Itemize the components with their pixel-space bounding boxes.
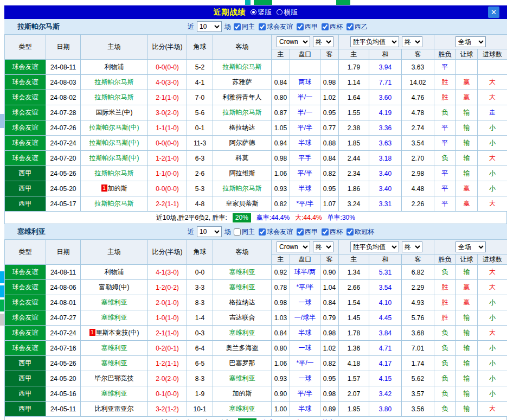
checkbox-input[interactable] [234,228,241,236]
away-team: 苏雅萨 [213,75,272,90]
bookmaker-select[interactable]: Crown [277,241,310,252]
team-label: 毕尔巴鄂竞技 [95,374,134,382]
avg-odds-select[interactable]: 胜平负均值 [350,241,399,252]
big-rate: 大:44.4% [295,213,322,222]
crown-odds-header: Crown 终 [272,35,339,49]
avg-stage-select[interactable]: 终 [402,241,422,252]
checkbox-input[interactable] [297,228,304,236]
close-icon[interactable]: ✕ [488,7,499,18]
scope-select[interactable]: 全场 [455,36,486,47]
checkbox-input[interactable] [346,23,354,30]
avg-home-odds: 1.45 [339,310,369,326]
summary-bar: 近10场,胜3平0负7, 胜率: 30% 赢率:20% 大:40% 单率:70% [4,417,507,420]
background-fragment [336,0,350,5]
filter-checkbox[interactable]: 球会友谊 [259,227,293,237]
checkbox-input[interactable] [297,23,304,30]
result-handicap: 输 [456,341,478,356]
avg-home-odds: 1.78 [339,326,369,341]
avg-home-odds: 1.34 [339,265,369,280]
match-score: 0-0(0-0) [148,136,187,151]
home-team: 拉斯帕尔马斯(中) [81,136,148,151]
scope-select[interactable]: 全场 [455,241,486,252]
avg-odds-select[interactable]: 胜平负均值 [350,36,399,47]
result-handicap [456,60,478,75]
result-wdl: 平 [434,181,456,196]
filter-checkbox[interactable]: 欧冠杯 [346,227,374,237]
odds-stage-select[interactable]: 终 [313,241,333,252]
match-date: 24-05-26 [46,166,81,181]
filter-checkbox[interactable]: 西甲 [297,227,318,237]
corner-score: 1-9 [187,386,213,402]
result-goals [478,60,507,75]
avg-away-odds: 3.57 [402,386,434,402]
crown-home-odds: 0.90 [272,386,290,402]
filter-checkbox[interactable]: 西杯 [322,227,343,237]
filter-checkbox[interactable]: 西乙 [346,22,368,31]
team-label: 塞维利亚 [101,390,127,397]
games-label: 场 [224,22,231,31]
crown-handicap: *平/半 [290,196,320,212]
avg-home-odds: 1.86 [339,181,369,196]
team-name: 拉斯帕尔马斯 [4,22,188,31]
big-rate: 大:40% [295,418,316,420]
result-handicap: 输 [456,166,478,181]
filter-checkbox[interactable]: 西杯 [322,22,343,31]
team-label: 利雅得青年人 [223,93,262,101]
match-count-select[interactable]: 10 [197,21,222,32]
team-label: 拉斯帕尔马斯 [95,93,134,101]
avg-stage-select[interactable]: 终 [402,36,422,47]
away-team: 格拉纳达 [213,120,272,136]
match-date: 24-07-26 [46,120,81,136]
avg-away-odds: 3.63 [402,60,434,75]
away-team: 吉达联合 [213,310,272,326]
avg-draw-odds: 3.18 [369,151,402,166]
filter-checkbox[interactable]: 西甲 [297,22,318,31]
checkbox-input[interactable] [259,23,266,30]
result-wdl: 平 [434,136,456,151]
result-goals: 走 [478,105,507,120]
summary-bar: 近10场,胜2平6负2, 胜率: 20% 赢率:44.4% 大:44.4% 单率… [4,212,507,224]
result-handicap: 输 [456,136,478,151]
crown-handicap: 两球 [290,75,320,90]
filter-checkbox[interactable]: 同主 [234,22,255,31]
result-wdl: 胜 [434,75,456,90]
avg-draw-odds: 3.36 [369,120,402,136]
layout-radio-vertical[interactable]: 竖版 [251,8,272,17]
match-date: 24-05-17 [46,196,81,212]
checkbox-input[interactable] [322,23,329,30]
match-date: 24-07-24 [46,326,81,341]
layout-radio-horizontal[interactable]: 横版 [277,8,298,17]
crown-away-odds: 1.04 [320,280,339,295]
checkbox-input[interactable] [346,228,354,236]
crown-home-odds: 0.84 [272,326,290,341]
filter-checkbox[interactable]: 球会友谊 [259,22,293,31]
checkbox-input[interactable] [322,228,329,236]
checkbox-label: 西乙 [355,22,368,31]
checkbox-input[interactable] [234,23,241,30]
match-date: 24-08-01 [46,295,81,310]
crown-handicap: 半/一 [290,105,320,120]
league-type: 球会友谊 [5,90,46,105]
crown-home-odds: 0.78 [272,280,290,295]
avg-draw-odds: 4.45 [369,310,402,326]
crown-handicap: 半球 [290,181,320,196]
crown-home-odds: 0.92 [272,265,290,280]
result-handicap: 赢 [456,90,478,105]
team-section-sevilla: 塞维利亚 近 10 场 同主球会友谊西甲西杯欧冠杯 类型 [4,224,507,420]
result-scope-header: 全场 [434,35,507,49]
team-label: 塞维利亚 [229,405,255,412]
background-fragment [0,314,4,326]
match-count-select[interactable]: 10 [197,226,222,237]
checkbox-input[interactable] [259,228,266,236]
league-type: 球会友谊 [5,136,46,151]
team-label: 拉斯帕尔马斯 [223,184,262,192]
avg-draw-odds: 4.17 [369,356,402,371]
filter-checkbox[interactable]: 同主 [234,227,255,237]
match-score: 2-0(1-0) [148,295,187,310]
crown-home-odds [272,60,290,75]
bookmaker-select[interactable]: Crown [277,36,310,47]
crown-handicap: 平/半 [290,120,320,136]
red-card-badge: 1 [101,184,107,192]
odds-stage-select[interactable]: 终 [313,36,333,47]
crown-away-odds: 0.95 [320,371,339,386]
